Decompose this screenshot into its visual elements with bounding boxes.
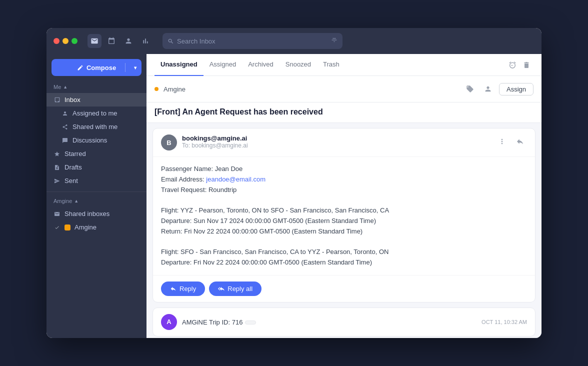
- amgine-status-dot: [154, 87, 158, 91]
- reply-all-label: Reply all: [228, 285, 252, 292]
- message-actions: [495, 134, 527, 148]
- starred-label: Starred: [64, 150, 86, 158]
- sidebar-item-inbox[interactable]: Inbox: [46, 93, 146, 106]
- me-chevron-icon: ▲: [63, 84, 68, 90]
- sidebar-item-starred[interactable]: Starred: [46, 147, 146, 160]
- assign-person-icon[interactable]: [481, 82, 495, 96]
- minimize-button[interactable]: [62, 38, 68, 44]
- sidebar-divider: [46, 192, 146, 192]
- message-header: B bookings@amgine.ai To: bookings@amgine…: [153, 128, 535, 157]
- tab-assigned-label: Assigned: [210, 60, 236, 68]
- search-icon: [168, 38, 174, 44]
- inbox-nav-icon: [54, 96, 60, 104]
- sidebar: Compose ▾ Me ▲ Inbox Assigned to me: [46, 54, 146, 338]
- traffic-lights: [54, 38, 78, 44]
- collapsed-date-1: OCT 11, 10:32 AM: [482, 319, 527, 325]
- email-message: B bookings@amgine.ai To: bookings@amgine…: [152, 128, 536, 302]
- more-icon[interactable]: [495, 134, 509, 148]
- inbox-label: Inbox: [64, 96, 80, 104]
- assign-button[interactable]: Assign: [499, 83, 534, 96]
- tab-snoozed-label: Snoozed: [286, 60, 311, 68]
- compose-label: Compose: [86, 64, 116, 72]
- collapsed-message-1: A AMGiNE Trip ID: 716 OCT 11, 10:32 AM: [152, 308, 536, 336]
- amgine-label: Amgine: [54, 198, 72, 204]
- tab-archived-label: Archived: [248, 60, 274, 68]
- sidebar-item-drafts[interactable]: Drafts: [46, 160, 146, 174]
- inbox-icon[interactable]: [88, 34, 102, 48]
- tab-trash-label: Trash: [323, 60, 340, 68]
- message-footer: Reply Reply all: [153, 275, 535, 302]
- chevron-down-icon: ▾: [134, 65, 136, 70]
- tag-icon[interactable]: [463, 82, 477, 96]
- amgine-inbox-label: Amgine: [74, 224, 96, 231]
- tab-snoozed[interactable]: Snoozed: [280, 54, 317, 76]
- body-line-5: Departure: Sun Nov 17 2024 00:00:00 GMT-…: [161, 216, 527, 226]
- compose-button[interactable]: Compose ▾: [52, 59, 142, 76]
- body-line-1: Passenger Name: Jean Doe: [161, 164, 527, 174]
- sidebar-item-shared-inboxes[interactable]: Shared inboxes: [46, 207, 146, 220]
- sidebar-item-shared-with-me[interactable]: Shared with me: [46, 120, 146, 134]
- shared-inbox-icon: [54, 210, 60, 218]
- amgine-chevron-icon: ▲: [74, 198, 78, 204]
- check-icon: [54, 225, 60, 230]
- sidebar-item-assigned-to-me[interactable]: Assigned to me: [46, 106, 146, 120]
- body-line-7: Flight: SFO - San Francisco, San Francis…: [161, 247, 527, 258]
- sidebar-item-discussions[interactable]: Discussions: [46, 134, 146, 147]
- amgine-section-header: Amgine ▲: [46, 196, 146, 206]
- trip-badge: [245, 320, 256, 324]
- body-line-6: Return: Fri Nov 22 2024 00:00:00 GMT-050…: [161, 226, 527, 237]
- titlebar-icons: [88, 34, 152, 48]
- tabs-row: Unassigned Assigned Archived Snoozed Tra…: [146, 54, 542, 76]
- sidebar-item-amgine[interactable]: Amgine: [46, 220, 146, 234]
- body-line-3: Travel Request: Roundtrip: [161, 185, 527, 196]
- contacts-icon[interactable]: [122, 34, 136, 48]
- header-actions: Assign: [463, 82, 534, 96]
- email-link[interactable]: jeandoe@email.com: [206, 176, 266, 183]
- search-placeholder: Search Inbox: [177, 38, 216, 45]
- tab-archived[interactable]: Archived: [242, 54, 280, 76]
- amgine-inbox-badge: [64, 224, 70, 230]
- star-icon: [54, 150, 60, 158]
- email-subject-text: [Front] An Agent Request has been receiv…: [154, 108, 534, 116]
- tab-unassigned[interactable]: Unassigned: [154, 54, 204, 76]
- maximize-button[interactable]: [72, 38, 78, 44]
- sender-info: bookings@amgine.ai To: bookings@amgine.a…: [182, 134, 490, 149]
- me-section-header: Me ▲: [46, 82, 146, 92]
- drafts-label: Drafts: [64, 164, 82, 171]
- sender-name: bookings@amgine.ai: [182, 134, 490, 142]
- reply-all-button[interactable]: Reply all: [209, 282, 262, 296]
- sidebar-item-sent[interactable]: Sent: [46, 174, 146, 188]
- me-label: Me: [54, 84, 61, 90]
- tab-trash[interactable]: Trash: [317, 54, 346, 76]
- search-bar[interactable]: Search Inbox: [162, 33, 342, 49]
- collapsed-content-1: AMGiNE Trip ID: 716: [182, 318, 476, 326]
- share-icon: [62, 124, 68, 130]
- email-header: Amgine Assign: [146, 76, 542, 102]
- assigned-to-me-label: Assigned to me: [72, 110, 118, 117]
- tab-assigned[interactable]: Assigned: [204, 54, 242, 76]
- sender-to: To: bookings@amgine.ai: [182, 142, 490, 149]
- sent-label: Sent: [64, 177, 78, 184]
- main-layout: Compose ▾ Me ▲ Inbox Assigned to me: [46, 54, 542, 338]
- shared-with-me-label: Shared with me: [72, 123, 118, 130]
- filter-icon[interactable]: [331, 37, 338, 45]
- amgine-trip-text: AMGiNE Trip ID: 716: [182, 318, 242, 326]
- reply-icon[interactable]: [513, 134, 527, 148]
- trash-icon[interactable]: [520, 58, 534, 72]
- email-subject: [Front] An Agent Request has been receiv…: [146, 102, 542, 123]
- analytics-icon[interactable]: [138, 34, 152, 48]
- app-window: Search Inbox Compose ▾ Me ▲: [46, 28, 542, 338]
- reply-button[interactable]: Reply: [161, 282, 205, 296]
- thread-area: Amgine Assign [Front] An Agent Request h…: [146, 76, 542, 338]
- body-line-4: Flight: YYZ - Pearson, Toronto, ON to SF…: [161, 206, 527, 216]
- reply-label: Reply: [180, 285, 196, 292]
- calendar-icon[interactable]: [104, 34, 118, 48]
- body-line-8: Departure: Fri Nov 22 2024 00:00:00 GMT-…: [161, 258, 527, 268]
- person-icon: [62, 110, 68, 117]
- snooze-icon[interactable]: [506, 58, 520, 72]
- close-button[interactable]: [54, 38, 60, 44]
- message-body: Passenger Name: Jean Doe Email Address: …: [153, 157, 535, 275]
- shared-inboxes-label: Shared inboxes: [64, 210, 110, 218]
- collapsed-avatar-1: A: [161, 314, 177, 330]
- discussions-label: Discussions: [72, 136, 107, 144]
